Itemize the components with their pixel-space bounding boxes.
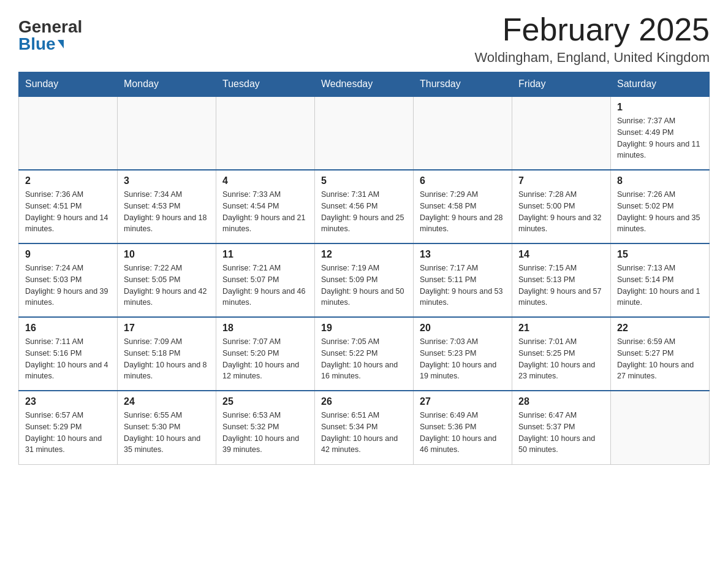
- day-number: 21: [518, 323, 604, 334]
- day-number: 26: [321, 396, 407, 407]
- day-number: 3: [124, 175, 210, 186]
- table-row: [118, 96, 216, 170]
- day-info: Sunrise: 7:19 AMSunset: 5:09 PMDaylight:…: [321, 262, 407, 308]
- table-row: [512, 96, 611, 170]
- day-number: 27: [420, 396, 506, 407]
- day-number: 20: [420, 323, 506, 334]
- table-row: 24Sunrise: 6:55 AMSunset: 5:30 PMDayligh…: [118, 391, 216, 464]
- table-row: 12Sunrise: 7:19 AMSunset: 5:09 PMDayligh…: [315, 243, 414, 317]
- day-info: Sunrise: 6:51 AMSunset: 5:34 PMDaylight:…: [321, 410, 407, 456]
- header-wednesday: Wednesday: [315, 72, 414, 97]
- table-row: 6Sunrise: 7:29 AMSunset: 4:58 PMDaylight…: [414, 170, 512, 243]
- table-row: [315, 96, 414, 170]
- table-row: 22Sunrise: 6:59 AMSunset: 5:27 PMDayligh…: [611, 317, 710, 391]
- logo-blue-text: Blue: [18, 36, 65, 53]
- day-number: 10: [124, 249, 210, 260]
- day-info: Sunrise: 7:01 AMSunset: 5:25 PMDaylight:…: [518, 336, 604, 382]
- table-row: [216, 96, 315, 170]
- day-number: 6: [420, 175, 506, 186]
- table-row: 10Sunrise: 7:22 AMSunset: 5:05 PMDayligh…: [118, 243, 216, 317]
- day-info: Sunrise: 7:13 AMSunset: 5:14 PMDaylight:…: [617, 262, 703, 308]
- day-number: 7: [518, 175, 604, 186]
- day-number: 28: [518, 396, 604, 407]
- table-row: 16Sunrise: 7:11 AMSunset: 5:16 PMDayligh…: [19, 317, 118, 391]
- location-title: Woldingham, England, United Kingdom: [474, 50, 710, 66]
- header-thursday: Thursday: [414, 72, 512, 97]
- table-row: 17Sunrise: 7:09 AMSunset: 5:18 PMDayligh…: [118, 317, 216, 391]
- table-row: 27Sunrise: 6:49 AMSunset: 5:36 PMDayligh…: [414, 391, 512, 464]
- day-number: 8: [617, 175, 703, 186]
- table-row: [611, 391, 710, 464]
- month-title: February 2025: [474, 12, 710, 47]
- day-info: Sunrise: 7:09 AMSunset: 5:18 PMDaylight:…: [124, 336, 210, 382]
- day-number: 23: [25, 396, 111, 407]
- day-info: Sunrise: 7:31 AMSunset: 4:56 PMDaylight:…: [321, 189, 407, 235]
- logo-triangle-icon: [58, 40, 64, 48]
- table-row: 3Sunrise: 7:34 AMSunset: 4:53 PMDaylight…: [118, 170, 216, 243]
- header-saturday: Saturday: [611, 72, 710, 97]
- table-row: 19Sunrise: 7:05 AMSunset: 5:22 PMDayligh…: [315, 317, 414, 391]
- table-row: 9Sunrise: 7:24 AMSunset: 5:03 PMDaylight…: [19, 243, 118, 317]
- table-row: 21Sunrise: 7:01 AMSunset: 5:25 PMDayligh…: [512, 317, 611, 391]
- day-number: 16: [25, 323, 111, 334]
- table-row: 8Sunrise: 7:26 AMSunset: 5:02 PMDaylight…: [611, 170, 710, 243]
- day-info: Sunrise: 7:21 AMSunset: 5:07 PMDaylight:…: [222, 262, 308, 308]
- calendar-week-row: 2Sunrise: 7:36 AMSunset: 4:51 PMDaylight…: [19, 170, 710, 243]
- calendar-week-row: 1Sunrise: 7:37 AMSunset: 4:49 PMDaylight…: [19, 96, 710, 170]
- day-number: 11: [222, 249, 308, 260]
- table-row: 25Sunrise: 6:53 AMSunset: 5:32 PMDayligh…: [216, 391, 315, 464]
- day-info: Sunrise: 6:53 AMSunset: 5:32 PMDaylight:…: [222, 410, 308, 456]
- table-row: 15Sunrise: 7:13 AMSunset: 5:14 PMDayligh…: [611, 243, 710, 317]
- page-header: General Blue February 2025 Woldingham, E…: [18, 12, 710, 66]
- calendar-table: Sunday Monday Tuesday Wednesday Thursday…: [18, 72, 710, 465]
- day-info: Sunrise: 7:11 AMSunset: 5:16 PMDaylight:…: [25, 336, 111, 382]
- day-info: Sunrise: 6:57 AMSunset: 5:29 PMDaylight:…: [25, 410, 111, 456]
- calendar-week-row: 9Sunrise: 7:24 AMSunset: 5:03 PMDaylight…: [19, 243, 710, 317]
- day-info: Sunrise: 7:33 AMSunset: 4:54 PMDaylight:…: [222, 189, 308, 235]
- day-info: Sunrise: 7:15 AMSunset: 5:13 PMDaylight:…: [518, 262, 604, 308]
- day-info: Sunrise: 6:47 AMSunset: 5:37 PMDaylight:…: [518, 410, 604, 456]
- header-sunday: Sunday: [19, 72, 118, 97]
- calendar-week-row: 23Sunrise: 6:57 AMSunset: 5:29 PMDayligh…: [19, 391, 710, 464]
- header-tuesday: Tuesday: [216, 72, 315, 97]
- table-row: 7Sunrise: 7:28 AMSunset: 5:00 PMDaylight…: [512, 170, 611, 243]
- day-info: Sunrise: 7:26 AMSunset: 5:02 PMDaylight:…: [617, 189, 703, 235]
- table-row: 11Sunrise: 7:21 AMSunset: 5:07 PMDayligh…: [216, 243, 315, 317]
- day-number: 24: [124, 396, 210, 407]
- calendar-week-row: 16Sunrise: 7:11 AMSunset: 5:16 PMDayligh…: [19, 317, 710, 391]
- day-number: 17: [124, 323, 210, 334]
- calendar-header-row: Sunday Monday Tuesday Wednesday Thursday…: [19, 72, 710, 97]
- title-area: February 2025 Woldingham, England, Unite…: [474, 12, 710, 66]
- day-number: 13: [420, 249, 506, 260]
- day-info: Sunrise: 7:37 AMSunset: 4:49 PMDaylight:…: [617, 115, 703, 161]
- day-info: Sunrise: 7:24 AMSunset: 5:03 PMDaylight:…: [25, 262, 111, 308]
- day-info: Sunrise: 7:36 AMSunset: 4:51 PMDaylight:…: [25, 189, 111, 235]
- day-number: 15: [617, 249, 703, 260]
- table-row: 13Sunrise: 7:17 AMSunset: 5:11 PMDayligh…: [414, 243, 512, 317]
- day-info: Sunrise: 6:59 AMSunset: 5:27 PMDaylight:…: [617, 336, 703, 382]
- day-number: 22: [617, 323, 703, 334]
- table-row: [19, 96, 118, 170]
- day-number: 2: [25, 175, 111, 186]
- day-info: Sunrise: 7:34 AMSunset: 4:53 PMDaylight:…: [124, 189, 210, 235]
- day-number: 9: [25, 249, 111, 260]
- table-row: 28Sunrise: 6:47 AMSunset: 5:37 PMDayligh…: [512, 391, 611, 464]
- day-info: Sunrise: 7:28 AMSunset: 5:00 PMDaylight:…: [518, 189, 604, 235]
- table-row: 23Sunrise: 6:57 AMSunset: 5:29 PMDayligh…: [19, 391, 118, 464]
- logo: General Blue: [18, 12, 82, 53]
- table-row: 18Sunrise: 7:07 AMSunset: 5:20 PMDayligh…: [216, 317, 315, 391]
- table-row: 20Sunrise: 7:03 AMSunset: 5:23 PMDayligh…: [414, 317, 512, 391]
- table-row: 1Sunrise: 7:37 AMSunset: 4:49 PMDaylight…: [611, 96, 710, 170]
- table-row: 26Sunrise: 6:51 AMSunset: 5:34 PMDayligh…: [315, 391, 414, 464]
- header-monday: Monday: [118, 72, 216, 97]
- day-info: Sunrise: 7:07 AMSunset: 5:20 PMDaylight:…: [222, 336, 308, 382]
- day-number: 18: [222, 323, 308, 334]
- day-info: Sunrise: 7:03 AMSunset: 5:23 PMDaylight:…: [420, 336, 506, 382]
- table-row: 14Sunrise: 7:15 AMSunset: 5:13 PMDayligh…: [512, 243, 611, 317]
- day-info: Sunrise: 7:17 AMSunset: 5:11 PMDaylight:…: [420, 262, 506, 308]
- table-row: 2Sunrise: 7:36 AMSunset: 4:51 PMDaylight…: [19, 170, 118, 243]
- day-number: 1: [617, 102, 703, 113]
- day-number: 25: [222, 396, 308, 407]
- day-number: 14: [518, 249, 604, 260]
- day-number: 5: [321, 175, 407, 186]
